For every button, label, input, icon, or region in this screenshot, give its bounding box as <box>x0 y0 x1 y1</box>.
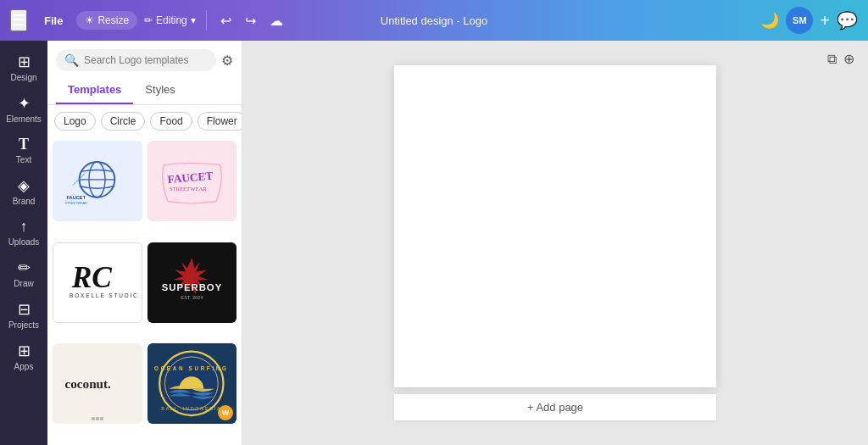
sidebar-icons: ⊞ Design ✦ Elements T Text ◈ Brand ↑ Upl… <box>0 41 47 445</box>
chip-food[interactable]: Food <box>150 112 192 131</box>
template-grid: FAUCET STREETWEAR FAUCET STREETWEAR <box>47 136 242 445</box>
menu-button[interactable]: ☰ <box>10 9 27 31</box>
template-card-faucet-blue[interactable]: FAUCET STREETWEAR <box>53 141 142 221</box>
svg-text:RC: RC <box>71 261 113 295</box>
cloud-save-button[interactable]: ☁ <box>266 9 287 32</box>
svg-text:EST. 2024: EST. 2024 <box>181 295 203 300</box>
search-container: 🔍 <box>56 49 216 71</box>
chat-button[interactable]: 💬 <box>837 10 858 31</box>
main-layout: ⊞ Design ✦ Elements T Text ◈ Brand ↑ Upl… <box>0 41 868 445</box>
draw-icon: ✏ <box>18 259 31 277</box>
search-input[interactable] <box>84 54 208 66</box>
svg-text:FAUCET: FAUCET <box>67 194 86 199</box>
chip-flower[interactable]: Flower <box>198 112 242 131</box>
add-page-button[interactable]: + Add page <box>394 394 716 420</box>
avatar[interactable]: SM <box>786 7 813 34</box>
svg-text:SUPERBOY: SUPERBOY <box>162 283 222 293</box>
template-card-ocean-surfing[interactable]: OCEAN SURFING BALI, INDONESIA W <box>147 343 237 424</box>
chip-circle[interactable]: Circle <box>101 112 146 131</box>
divider-1 <box>206 10 207 31</box>
text-icon: T <box>19 136 29 153</box>
pencil-icon: ✏ <box>144 14 153 26</box>
svg-text:STREETWEAR: STREETWEAR <box>65 202 88 205</box>
svg-text:STREETWEAR: STREETWEAR <box>170 186 207 192</box>
template-card-faucet-pink[interactable]: FAUCET STREETWEAR <box>147 141 237 221</box>
svg-text:BALI, INDONESIA: BALI, INDONESIA <box>162 406 222 411</box>
sun-icon: ☀ <box>85 14 94 26</box>
elements-icon: ✦ <box>18 94 31 113</box>
topbar-right: 🌙 SM + 💬 <box>760 7 858 34</box>
sidebar-item-design[interactable]: ⊞ Design <box>3 47 45 87</box>
editing-button[interactable]: ✏ Editing ▾ <box>144 14 196 26</box>
svg-text:OCEAN SURFING: OCEAN SURFING <box>154 366 229 372</box>
canvas-page <box>394 65 716 387</box>
tab-templates[interactable]: Templates <box>56 76 133 104</box>
svg-text:coconut.: coconut. <box>65 377 112 392</box>
filter-chips: Logo Circle Food Flower › <box>47 105 242 136</box>
chip-logo[interactable]: Logo <box>54 112 96 131</box>
redo-button[interactable]: ↪ <box>242 9 259 32</box>
canvas-area: ⧉ ⊕ + Add page <box>242 41 868 445</box>
canvas-toolbar: ⧉ ⊕ <box>827 51 854 67</box>
search-icon: 🔍 <box>64 53 79 67</box>
add-page-icon-button[interactable]: ⊕ <box>843 51 854 67</box>
file-button[interactable]: File <box>37 11 70 31</box>
sidebar-item-apps[interactable]: ⊞ Apps <box>3 337 45 376</box>
template-card-rc-studio[interactable]: RC BOXELLE STUDIO <box>53 242 142 323</box>
sidebar-item-projects[interactable]: ⊟ Projects <box>3 295 45 335</box>
theme-toggle-button[interactable]: 🌙 <box>760 11 779 30</box>
uploads-icon: ↑ <box>20 218 28 236</box>
sidebar-item-text[interactable]: T Text <box>3 131 45 170</box>
sidebar-item-brand[interactable]: ◈ Brand <box>3 171 45 211</box>
sidebar-item-draw[interactable]: ✏ Draw <box>3 253 45 293</box>
sidebar-item-elements[interactable]: ✦ Elements <box>3 89 45 129</box>
svg-text:FAUCET: FAUCET <box>167 169 214 186</box>
template-card-superboy[interactable]: SUPERBOY EST. 2024 <box>147 242 237 323</box>
search-bar: 🔍 ⚙ <box>47 41 242 76</box>
design-icon: ⊞ <box>18 53 31 71</box>
document-title: Untitled design - Logo <box>381 14 487 27</box>
brand-icon: ◈ <box>18 176 30 195</box>
svg-text:BOXELLE STUDIO: BOXELLE STUDIO <box>70 293 136 299</box>
left-panel: 🔍 ⚙ Templates Styles Logo Circle Food Fl… <box>47 41 242 445</box>
panel-tabs: Templates Styles <box>47 76 242 105</box>
undo-button[interactable]: ↩ <box>217 9 235 32</box>
duplicate-page-button[interactable]: ⧉ <box>827 51 837 67</box>
share-plus-button[interactable]: + <box>820 11 830 31</box>
topbar: ☰ File ☀ Resize ✏ Editing ▾ ↩ ↪ ☁ Untitl… <box>0 0 868 41</box>
sidebar-item-uploads[interactable]: ↑ Uploads <box>3 213 45 252</box>
projects-icon: ⊟ <box>18 300 31 319</box>
filter-button[interactable]: ⚙ <box>221 53 233 69</box>
tab-styles[interactable]: Styles <box>133 76 186 104</box>
resize-button[interactable]: ☀ Resize <box>76 11 137 30</box>
chevron-down-icon: ▾ <box>191 14 196 26</box>
grid-overlay <box>92 417 103 420</box>
template-card-coconut[interactable]: coconut. <box>53 343 142 424</box>
apps-icon: ⊞ <box>18 342 31 360</box>
